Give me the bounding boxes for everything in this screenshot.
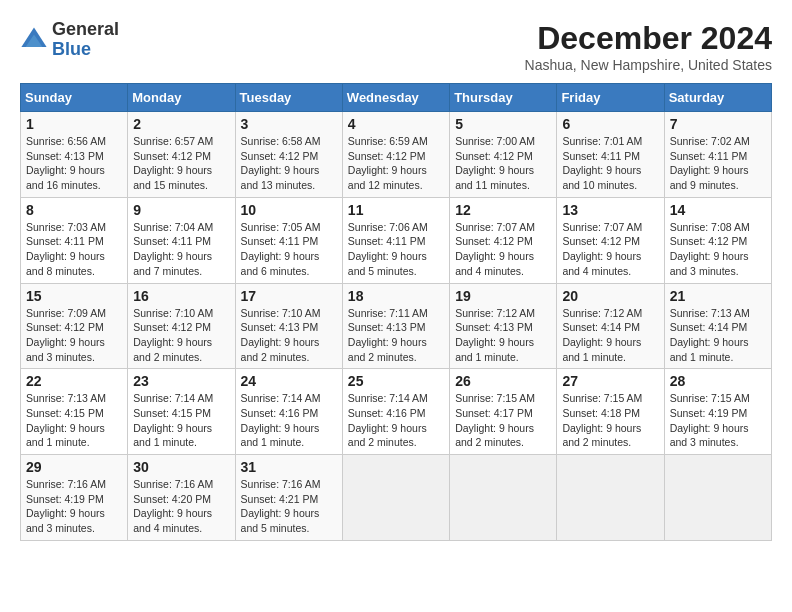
calendar-cell: 18Sunrise: 7:11 AM Sunset: 4:13 PM Dayli… (342, 283, 449, 369)
calendar-cell: 24Sunrise: 7:14 AM Sunset: 4:16 PM Dayli… (235, 369, 342, 455)
calendar-cell (450, 455, 557, 541)
week-row-3: 22Sunrise: 7:13 AM Sunset: 4:15 PM Dayli… (21, 369, 772, 455)
day-info: Sunrise: 7:15 AM Sunset: 4:18 PM Dayligh… (562, 391, 658, 450)
day-number: 11 (348, 202, 444, 218)
calendar-cell: 9Sunrise: 7:04 AM Sunset: 4:11 PM Daylig… (128, 197, 235, 283)
calendar-cell: 22Sunrise: 7:13 AM Sunset: 4:15 PM Dayli… (21, 369, 128, 455)
calendar-cell: 28Sunrise: 7:15 AM Sunset: 4:19 PM Dayli… (664, 369, 771, 455)
title-area: December 2024 Nashua, New Hampshire, Uni… (525, 20, 772, 73)
calendar-cell: 4Sunrise: 6:59 AM Sunset: 4:12 PM Daylig… (342, 112, 449, 198)
day-info: Sunrise: 7:12 AM Sunset: 4:14 PM Dayligh… (562, 306, 658, 365)
calendar-cell: 25Sunrise: 7:14 AM Sunset: 4:16 PM Dayli… (342, 369, 449, 455)
day-number: 29 (26, 459, 122, 475)
calendar-body: 1Sunrise: 6:56 AM Sunset: 4:13 PM Daylig… (21, 112, 772, 541)
calendar-cell: 14Sunrise: 7:08 AM Sunset: 4:12 PM Dayli… (664, 197, 771, 283)
day-info: Sunrise: 7:04 AM Sunset: 4:11 PM Dayligh… (133, 220, 229, 279)
location-title: Nashua, New Hampshire, United States (525, 57, 772, 73)
calendar-cell: 20Sunrise: 7:12 AM Sunset: 4:14 PM Dayli… (557, 283, 664, 369)
day-number: 30 (133, 459, 229, 475)
logo-text: General Blue (52, 20, 119, 60)
calendar-cell: 11Sunrise: 7:06 AM Sunset: 4:11 PM Dayli… (342, 197, 449, 283)
day-info: Sunrise: 6:58 AM Sunset: 4:12 PM Dayligh… (241, 134, 337, 193)
day-number: 1 (26, 116, 122, 132)
day-info: Sunrise: 7:11 AM Sunset: 4:13 PM Dayligh… (348, 306, 444, 365)
calendar-cell: 16Sunrise: 7:10 AM Sunset: 4:12 PM Dayli… (128, 283, 235, 369)
day-number: 3 (241, 116, 337, 132)
day-info: Sunrise: 7:02 AM Sunset: 4:11 PM Dayligh… (670, 134, 766, 193)
weekday-header-monday: Monday (128, 84, 235, 112)
day-info: Sunrise: 7:05 AM Sunset: 4:11 PM Dayligh… (241, 220, 337, 279)
day-info: Sunrise: 7:10 AM Sunset: 4:13 PM Dayligh… (241, 306, 337, 365)
day-info: Sunrise: 6:56 AM Sunset: 4:13 PM Dayligh… (26, 134, 122, 193)
calendar-table: SundayMondayTuesdayWednesdayThursdayFrid… (20, 83, 772, 541)
day-number: 15 (26, 288, 122, 304)
calendar-cell: 10Sunrise: 7:05 AM Sunset: 4:11 PM Dayli… (235, 197, 342, 283)
day-info: Sunrise: 7:13 AM Sunset: 4:15 PM Dayligh… (26, 391, 122, 450)
day-number: 14 (670, 202, 766, 218)
calendar-cell: 21Sunrise: 7:13 AM Sunset: 4:14 PM Dayli… (664, 283, 771, 369)
day-number: 6 (562, 116, 658, 132)
page-header: General Blue December 2024 Nashua, New H… (20, 20, 772, 73)
day-number: 26 (455, 373, 551, 389)
day-info: Sunrise: 7:12 AM Sunset: 4:13 PM Dayligh… (455, 306, 551, 365)
day-info: Sunrise: 7:14 AM Sunset: 4:16 PM Dayligh… (241, 391, 337, 450)
day-number: 9 (133, 202, 229, 218)
week-row-1: 8Sunrise: 7:03 AM Sunset: 4:11 PM Daylig… (21, 197, 772, 283)
day-number: 20 (562, 288, 658, 304)
day-info: Sunrise: 7:01 AM Sunset: 4:11 PM Dayligh… (562, 134, 658, 193)
month-title: December 2024 (525, 20, 772, 57)
calendar-cell: 6Sunrise: 7:01 AM Sunset: 4:11 PM Daylig… (557, 112, 664, 198)
day-number: 27 (562, 373, 658, 389)
logo-icon (20, 26, 48, 54)
calendar-cell: 26Sunrise: 7:15 AM Sunset: 4:17 PM Dayli… (450, 369, 557, 455)
day-number: 28 (670, 373, 766, 389)
week-row-0: 1Sunrise: 6:56 AM Sunset: 4:13 PM Daylig… (21, 112, 772, 198)
day-info: Sunrise: 7:06 AM Sunset: 4:11 PM Dayligh… (348, 220, 444, 279)
weekday-header-row: SundayMondayTuesdayWednesdayThursdayFrid… (21, 84, 772, 112)
calendar-cell: 17Sunrise: 7:10 AM Sunset: 4:13 PM Dayli… (235, 283, 342, 369)
day-number: 2 (133, 116, 229, 132)
day-info: Sunrise: 7:16 AM Sunset: 4:21 PM Dayligh… (241, 477, 337, 536)
weekday-header-thursday: Thursday (450, 84, 557, 112)
day-info: Sunrise: 7:00 AM Sunset: 4:12 PM Dayligh… (455, 134, 551, 193)
calendar-cell: 1Sunrise: 6:56 AM Sunset: 4:13 PM Daylig… (21, 112, 128, 198)
week-row-2: 15Sunrise: 7:09 AM Sunset: 4:12 PM Dayli… (21, 283, 772, 369)
calendar-cell: 13Sunrise: 7:07 AM Sunset: 4:12 PM Dayli… (557, 197, 664, 283)
day-info: Sunrise: 7:16 AM Sunset: 4:20 PM Dayligh… (133, 477, 229, 536)
weekday-header-sunday: Sunday (21, 84, 128, 112)
day-number: 21 (670, 288, 766, 304)
calendar-cell (342, 455, 449, 541)
calendar-cell: 3Sunrise: 6:58 AM Sunset: 4:12 PM Daylig… (235, 112, 342, 198)
calendar-cell: 12Sunrise: 7:07 AM Sunset: 4:12 PM Dayli… (450, 197, 557, 283)
day-info: Sunrise: 7:07 AM Sunset: 4:12 PM Dayligh… (455, 220, 551, 279)
day-info: Sunrise: 7:14 AM Sunset: 4:15 PM Dayligh… (133, 391, 229, 450)
day-info: Sunrise: 7:10 AM Sunset: 4:12 PM Dayligh… (133, 306, 229, 365)
calendar-cell: 19Sunrise: 7:12 AM Sunset: 4:13 PM Dayli… (450, 283, 557, 369)
calendar-cell: 27Sunrise: 7:15 AM Sunset: 4:18 PM Dayli… (557, 369, 664, 455)
calendar-cell (664, 455, 771, 541)
calendar-cell: 23Sunrise: 7:14 AM Sunset: 4:15 PM Dayli… (128, 369, 235, 455)
calendar-cell: 2Sunrise: 6:57 AM Sunset: 4:12 PM Daylig… (128, 112, 235, 198)
calendar-cell: 31Sunrise: 7:16 AM Sunset: 4:21 PM Dayli… (235, 455, 342, 541)
day-info: Sunrise: 7:09 AM Sunset: 4:12 PM Dayligh… (26, 306, 122, 365)
day-number: 22 (26, 373, 122, 389)
day-info: Sunrise: 7:13 AM Sunset: 4:14 PM Dayligh… (670, 306, 766, 365)
day-info: Sunrise: 6:59 AM Sunset: 4:12 PM Dayligh… (348, 134, 444, 193)
logo: General Blue (20, 20, 119, 60)
day-number: 23 (133, 373, 229, 389)
day-number: 10 (241, 202, 337, 218)
week-row-4: 29Sunrise: 7:16 AM Sunset: 4:19 PM Dayli… (21, 455, 772, 541)
calendar-cell: 29Sunrise: 7:16 AM Sunset: 4:19 PM Dayli… (21, 455, 128, 541)
weekday-header-tuesday: Tuesday (235, 84, 342, 112)
day-info: Sunrise: 7:07 AM Sunset: 4:12 PM Dayligh… (562, 220, 658, 279)
day-number: 12 (455, 202, 551, 218)
day-info: Sunrise: 6:57 AM Sunset: 4:12 PM Dayligh… (133, 134, 229, 193)
day-number: 8 (26, 202, 122, 218)
weekday-header-wednesday: Wednesday (342, 84, 449, 112)
day-number: 19 (455, 288, 551, 304)
day-info: Sunrise: 7:14 AM Sunset: 4:16 PM Dayligh… (348, 391, 444, 450)
calendar-cell: 30Sunrise: 7:16 AM Sunset: 4:20 PM Dayli… (128, 455, 235, 541)
weekday-header-friday: Friday (557, 84, 664, 112)
calendar-cell: 5Sunrise: 7:00 AM Sunset: 4:12 PM Daylig… (450, 112, 557, 198)
calendar-cell: 8Sunrise: 7:03 AM Sunset: 4:11 PM Daylig… (21, 197, 128, 283)
